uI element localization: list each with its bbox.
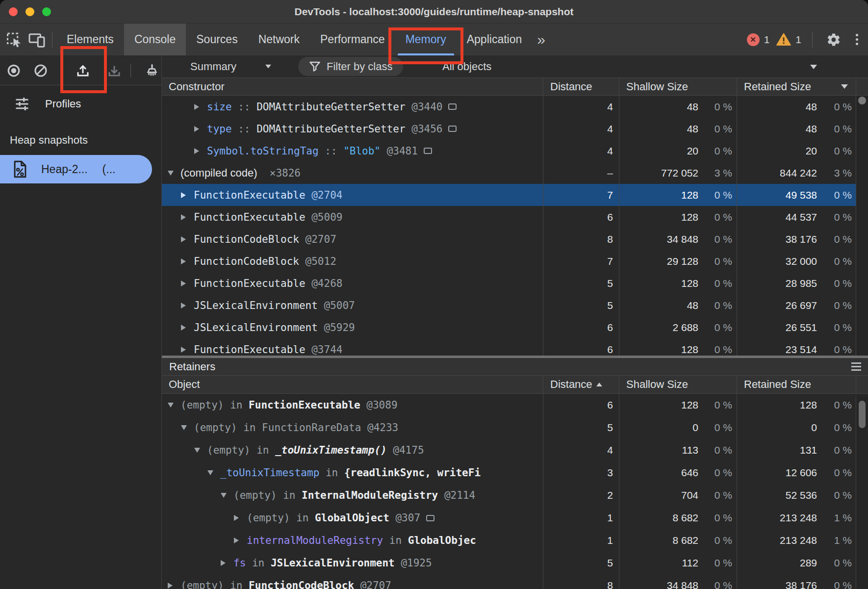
heap-constructor-row[interactable]: FunctionCodeBlock @5012729 1280 %32 0000…	[162, 250, 856, 272]
tree-cell: FunctionCodeBlock @5012	[162, 250, 543, 272]
devtools-tab-bar: ElementsConsoleSourcesNetworkPerformance…	[0, 24, 868, 55]
heap-constructor-row[interactable]: Symbol.toStringTag :: "Blob" @34814200 %…	[162, 140, 856, 162]
tab-elements[interactable]: Elements	[56, 24, 124, 55]
expanded-arrow-icon[interactable]	[221, 493, 233, 498]
expanded-arrow-icon[interactable]	[207, 470, 220, 475]
clear-all-profiles-button[interactable]	[32, 62, 50, 79]
node-text: GlobalObjec	[408, 535, 476, 546]
zoom-window-button[interactable]	[42, 7, 51, 16]
class-filter-input[interactable]: Filter by class	[298, 57, 403, 76]
retainer-row[interactable]: (empty) in InternalModuleRegistry @21142…	[162, 484, 856, 507]
tree-cell: JSLexicalEnvironment @5007	[162, 294, 543, 316]
heap-constructor-row[interactable]: FunctionExecutable @426851280 %28 9850 %	[162, 272, 856, 294]
tab-console[interactable]: Console	[124, 24, 186, 55]
toggle-device-toolbar-button[interactable]	[26, 24, 48, 55]
more-tabs-button[interactable]: »	[532, 24, 550, 55]
error-badge[interactable]: ✕ 1	[747, 33, 770, 46]
collapsed-arrow-icon[interactable]	[234, 515, 247, 521]
retainer-row[interactable]: (empty) in FunctionCodeBlock @2707834 84…	[162, 574, 856, 589]
tab-network[interactable]: Network	[248, 24, 310, 55]
profiles-header[interactable]: Profiles	[0, 92, 161, 116]
tab-memory[interactable]: Memory	[395, 24, 457, 55]
retainer-row[interactable]: internalModuleRegistry in GlobalObjec18 …	[162, 529, 856, 552]
collapsed-arrow-icon[interactable]	[181, 347, 194, 353]
distance-cell: 4	[543, 96, 619, 118]
retainers-section-header[interactable]: Retainers	[162, 356, 868, 376]
customize-devtools-button[interactable]	[851, 34, 863, 45]
collapsed-arrow-icon[interactable]	[181, 281, 194, 286]
column-header-shallow-size[interactable]: Shallow Size	[619, 78, 737, 95]
node-text: @5929	[318, 322, 355, 333]
retainers-menu-icon[interactable]	[851, 362, 861, 371]
heap-constructor-row[interactable]: JSLexicalEnvironment @592962 6880 %26 55…	[162, 316, 856, 338]
collapsed-arrow-icon[interactable]	[181, 303, 194, 308]
heap-constructor-row[interactable]: size :: DOMAttributeGetterSetter @344044…	[162, 96, 856, 118]
collapsed-arrow-icon[interactable]	[221, 560, 233, 566]
retainer-row[interactable]: fs in JSLexicalEnvironment @192551120 %2…	[162, 552, 856, 574]
save-profile-button[interactable]	[105, 62, 123, 79]
scrollbar-thumb[interactable]	[859, 401, 866, 428]
perspective-select[interactable]: Summary	[190, 55, 272, 77]
heap-constructor-row[interactable]: type :: DOMAttributeGetterSetter @345644…	[162, 118, 856, 140]
heap-constructor-row[interactable]: FunctionExecutable @500961280 %44 5370 %	[162, 206, 856, 228]
heap-constructor-row[interactable]: FunctionCodeBlock @2707834 8480 %38 1760…	[162, 228, 856, 250]
collapsed-arrow-icon[interactable]	[181, 214, 194, 220]
block-icon	[33, 63, 48, 78]
heap-constructor-row[interactable]: FunctionExecutable @374461280 %23 5140 %	[162, 338, 856, 356]
retainer-row[interactable]: (empty) in _toUnixTimestamp() @417541130…	[162, 439, 856, 461]
column-header-distance[interactable]: Distance	[543, 376, 619, 393]
collapsed-arrow-icon[interactable]	[181, 325, 194, 331]
window-title: DevTools - localhost:3000/guides/runtime…	[0, 0, 868, 24]
load-profile-button[interactable]	[74, 62, 92, 79]
collapsed-arrow-icon[interactable]	[234, 538, 247, 543]
collapsed-arrow-icon[interactable]	[194, 148, 207, 154]
inspect-element-button[interactable]	[3, 24, 26, 55]
heap-constructor-row[interactable]: FunctionExecutable @270471280 %49 5380 %	[162, 184, 856, 206]
reveal-icon[interactable]	[448, 126, 457, 132]
collapsed-arrow-icon[interactable]	[168, 583, 180, 589]
collapsed-arrow-icon[interactable]	[181, 258, 194, 264]
tab-performance[interactable]: Performance	[310, 24, 395, 55]
node-text: @4233	[361, 422, 398, 434]
reveal-icon[interactable]	[424, 148, 432, 154]
retainers-scrollbar[interactable]	[856, 397, 868, 589]
close-window-button[interactable]	[9, 7, 18, 16]
collapsed-arrow-icon[interactable]	[181, 192, 194, 198]
object-filter-select[interactable]: All objects	[442, 55, 491, 77]
clear-profile-button[interactable]	[143, 62, 161, 79]
expanded-arrow-icon[interactable]	[168, 171, 180, 176]
retainer-row[interactable]: (empty) in FunctionRareData @4233500 %00…	[162, 416, 856, 439]
column-header-constructor[interactable]: Constructor	[162, 78, 543, 95]
tab-sources[interactable]: Sources	[186, 24, 248, 55]
warning-badge[interactable]: 1	[776, 33, 801, 46]
column-header-shallow-size[interactable]: Shallow Size	[619, 376, 737, 393]
collapsed-arrow-icon[interactable]	[194, 126, 207, 132]
collapsed-arrow-icon[interactable]	[194, 104, 207, 110]
column-header-retained-size[interactable]: Retained Size	[737, 78, 856, 95]
heap-constructor-row[interactable]: (compiled code) ×3826–772 0523 %844 2423…	[162, 162, 856, 184]
retainer-row[interactable]: (empty) in FunctionExecutable @308961280…	[162, 394, 856, 416]
expanded-arrow-icon[interactable]	[181, 425, 194, 430]
constructor-scrollbar[interactable]	[856, 96, 868, 356]
tab-label: Network	[258, 33, 300, 46]
sidebar-item-heap-snapshot[interactable]: Heap-2... (...	[0, 155, 152, 183]
column-header-object[interactable]: Object	[162, 376, 543, 393]
reveal-icon[interactable]	[426, 515, 434, 521]
settings-button[interactable]	[823, 32, 844, 47]
column-header-distance[interactable]: Distance	[543, 78, 619, 95]
heap-constructor-row[interactable]: JSLexicalEnvironment @50075480 %26 6970 …	[162, 294, 856, 316]
record-heap-snapshot-button[interactable]	[5, 62, 23, 79]
column-header-retained-size[interactable]: Retained Size	[737, 376, 856, 393]
reveal-icon[interactable]	[448, 103, 457, 110]
retainer-row[interactable]: (empty) in GlobalObject @30718 6820 %213…	[162, 507, 856, 529]
expanded-arrow-icon[interactable]	[194, 448, 207, 453]
chevron-down-icon[interactable]	[810, 65, 817, 69]
collapsed-arrow-icon[interactable]	[181, 236, 194, 242]
snapshot-name: Heap-2...	[41, 163, 88, 176]
tab-application[interactable]: Application	[457, 24, 533, 55]
expanded-arrow-icon[interactable]	[168, 403, 180, 408]
retainer-row[interactable]: _toUnixTimestamp in {readlinkSync, write…	[162, 461, 856, 484]
scrollbar-thumb[interactable]	[858, 97, 866, 104]
minimize-window-button[interactable]	[26, 7, 34, 16]
shallow-size-cell: 34 8480 %	[619, 574, 737, 589]
